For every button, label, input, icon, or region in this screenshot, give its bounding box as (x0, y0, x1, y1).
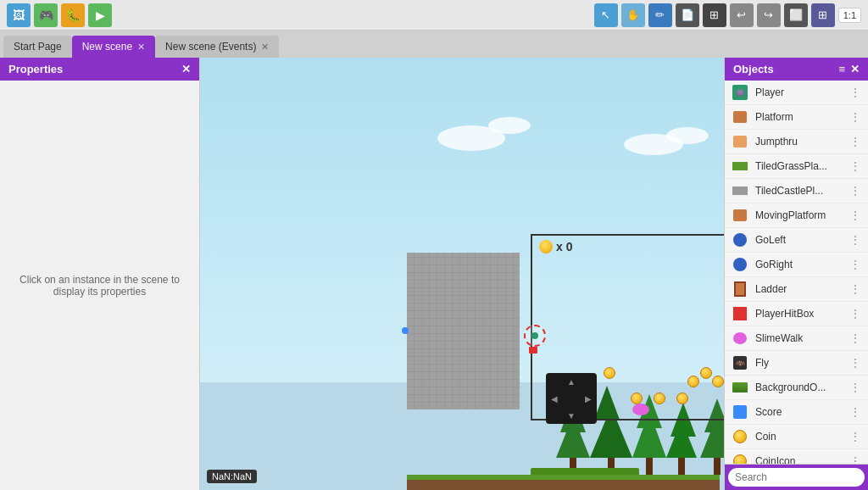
toolbar-pencil-icon[interactable]: ✏ (648, 3, 672, 27)
object-label-9: PlayerHitBox (755, 308, 843, 320)
hud-coin-icon (539, 240, 553, 253)
objects-list: 👾Player⋮Platform⋮Jumpthru⋮TiledGrassPla.… (725, 81, 868, 464)
tree-3 (632, 411, 666, 475)
properties-panel: Properties ✕ Click on an instance in the… (0, 58, 200, 490)
control-btn-left[interactable]: ◀ (546, 390, 563, 407)
tab-start-page[interactable]: Start Page (3, 36, 72, 58)
player-instance[interactable] (524, 325, 546, 354)
object-menu-2[interactable]: ⋮ (849, 135, 861, 148)
toolbar-doc-icon[interactable]: 📄 (676, 3, 699, 27)
object-icon-2 (732, 133, 748, 150)
object-item-tiledcastlepl[interactable]: TiledCastlePl...⋮ (725, 179, 868, 203)
object-item-jumpthru[interactable]: Jumpthru⋮ (725, 130, 868, 154)
object-item-coinicon[interactable]: CoinIcon⋮ (725, 449, 868, 464)
coin-4 (676, 393, 688, 404)
canvas-area[interactable]: x 0 ▲ ◀ ▶ ▼ ↻ (200, 58, 724, 490)
object-item-backgroundo[interactable]: BackgroundO...⋮ (725, 376, 868, 400)
control-btn-ul (546, 373, 563, 390)
object-menu-8[interactable]: ⋮ (849, 282, 861, 296)
object-label-6: GoLeft (755, 234, 843, 246)
coord-badge: NaN:NaN (207, 470, 257, 483)
object-icon-9 (732, 305, 748, 322)
object-menu-12[interactable]: ⋮ (849, 381, 861, 394)
object-item-player[interactable]: 👾Player⋮ (725, 81, 868, 105)
object-menu-14[interactable]: ⋮ (849, 430, 861, 443)
tabs-bar: Start Page New scene ✕ New scene (Events… (0, 31, 868, 58)
object-menu-7[interactable]: ⋮ (849, 258, 861, 271)
toolbar-icon-play[interactable]: ▶ (88, 3, 112, 27)
gray-platform-left (407, 253, 520, 409)
toolbar-icon-debug[interactable]: 🐛 (61, 3, 85, 27)
tab-events-close[interactable]: ✕ (261, 42, 269, 53)
object-label-0: Player (755, 86, 843, 98)
hud-counter: x 0 (539, 240, 572, 253)
object-icon-3 (732, 158, 748, 175)
object-item-ladder[interactable]: Ladder⋮ (725, 277, 868, 302)
object-menu-3[interactable]: ⋮ (849, 159, 861, 173)
object-icon-13 (732, 404, 748, 420)
object-item-tiledgrasspla[interactable]: TiledGrassPla...⋮ (725, 154, 868, 179)
object-menu-11[interactable]: ⋮ (849, 356, 861, 370)
control-btn-up[interactable]: ▲ (563, 373, 580, 390)
coin-3 (654, 393, 665, 404)
object-item-slimewalk[interactable]: SlimeWalk⋮ (725, 326, 868, 351)
grass-decoration (531, 468, 639, 475)
objects-close-icon[interactable]: ✕ (850, 63, 860, 75)
object-menu-13[interactable]: ⋮ (849, 405, 861, 419)
control-pad[interactable]: ▲ ◀ ▶ ▼ (546, 373, 597, 424)
toolbar-redo-icon[interactable]: ↪ (757, 3, 781, 27)
object-menu-4[interactable]: ⋮ (849, 184, 861, 198)
ground-dirt (407, 480, 720, 490)
object-item-goright[interactable]: GoRight⋮ (725, 253, 868, 277)
toolbar-undo-icon[interactable]: ↩ (730, 3, 754, 27)
tab-scene-close[interactable]: ✕ (137, 42, 145, 53)
object-label-13: Score (755, 406, 843, 418)
object-label-5: MovingPlatform (755, 209, 843, 221)
object-item-fly[interactable]: 🦇Fly⋮ (725, 351, 868, 376)
object-label-3: TiledGrassPla... (755, 160, 843, 172)
object-label-11: Fly (755, 357, 843, 369)
zoom-level: 1:1 (838, 8, 861, 23)
object-item-score[interactable]: Score⋮ (725, 400, 868, 425)
tab-events[interactable]: New scene (Events) ✕ (155, 36, 279, 58)
tab-new-scene[interactable]: New scene ✕ (72, 36, 155, 58)
control-btn-down[interactable]: ▼ (563, 407, 580, 424)
toolbar-cursor-icon[interactable]: ↖ (594, 3, 618, 27)
toolbar-export-icon[interactable]: ⬜ (784, 3, 808, 27)
search-input[interactable] (728, 468, 865, 487)
object-menu-10[interactable]: ⋮ (849, 331, 861, 345)
toolbar: 🖼 🎮 🐛 ▶ ↖ ✋ ✏ 📄 ⊞ ↩ ↪ ⬜ ⊞ 1:1 (0, 0, 868, 31)
object-menu-0[interactable]: ⋮ (849, 86, 861, 99)
object-item-movingplatform[interactable]: MovingPlatform⋮ (725, 203, 868, 228)
toolbar-right: ↖ ✋ ✏ 📄 ⊞ ↩ ↪ ⬜ ⊞ 1:1 (594, 3, 861, 27)
coin-5 (687, 376, 699, 387)
object-item-coin[interactable]: Coin⋮ (725, 425, 868, 449)
properties-close-icon[interactable]: ✕ (181, 63, 191, 75)
toolbar-layers-icon[interactable]: ⊞ (703, 3, 726, 27)
properties-title: Properties (8, 63, 63, 75)
object-menu-9[interactable]: ⋮ (849, 307, 861, 320)
blue-handle-dot (402, 327, 409, 334)
object-icon-5 (732, 207, 748, 224)
search-bar (725, 464, 868, 490)
objects-panel: Objects ≡ ✕ 👾Player⋮Platform⋮Jumpthru⋮Ti… (724, 58, 868, 490)
object-menu-5[interactable]: ⋮ (849, 209, 861, 222)
toolbar-icon-scene[interactable]: 🖼 (7, 3, 31, 27)
tree-5 (700, 415, 724, 475)
toolbar-hand-icon[interactable]: ✋ (621, 3, 645, 27)
object-menu-15[interactable]: ⋮ (849, 454, 861, 464)
object-menu-1[interactable]: ⋮ (849, 110, 861, 124)
toolbar-icon-game[interactable]: 🎮 (34, 3, 58, 27)
objects-filter-icon[interactable]: ≡ (838, 63, 845, 75)
object-item-playerhitbox[interactable]: PlayerHitBox⋮ (725, 302, 868, 326)
object-item-goleft[interactable]: GoLeft⋮ (725, 228, 868, 253)
object-label-15: CoinIcon (755, 455, 843, 464)
objects-header: Objects ≡ ✕ (725, 58, 868, 81)
object-icon-7 (732, 256, 748, 273)
control-btn-right[interactable]: ▶ (580, 390, 597, 407)
object-item-platform[interactable]: Platform⋮ (725, 105, 868, 130)
object-menu-6[interactable]: ⋮ (849, 233, 861, 247)
toolbar-grid-icon[interactable]: ⊞ (811, 3, 835, 27)
object-icon-8 (732, 281, 748, 298)
tree-1 (556, 415, 590, 475)
